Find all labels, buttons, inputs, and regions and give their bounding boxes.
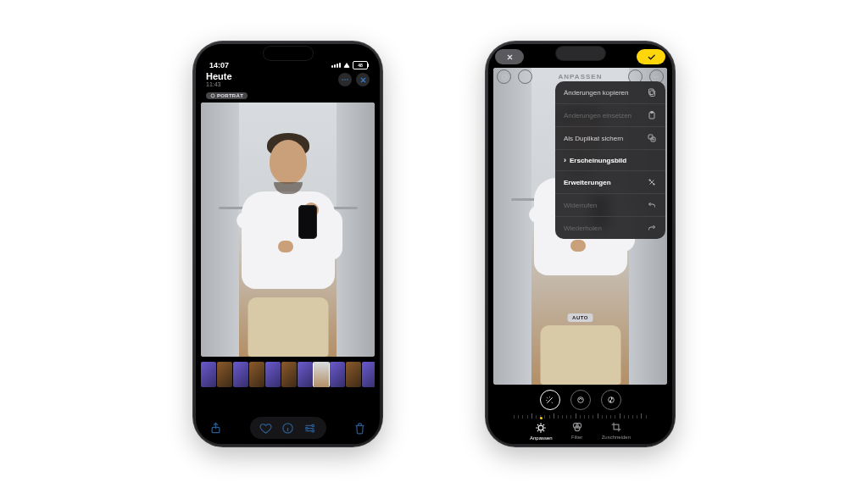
- context-menu: Änderungen kopieren Änderungen einsetzen…: [555, 81, 665, 239]
- tab-label: Zuschneiden: [602, 435, 631, 440]
- menu-redo[interactable]: Wiederholen: [555, 217, 665, 239]
- svg-point-0: [342, 79, 343, 80]
- svg-point-23: [577, 397, 583, 403]
- check-icon: [648, 55, 654, 59]
- exposure-icon: [576, 396, 585, 404]
- thumbnail-strip[interactable]: [201, 362, 375, 387]
- filter-icon: [571, 421, 583, 433]
- svg-point-21: [649, 180, 651, 181]
- extensions-icon: [647, 177, 657, 187]
- aperture-icon: [210, 93, 215, 98]
- svg-point-6: [312, 424, 314, 427]
- portrait-badge: PORTRÄT: [206, 92, 248, 99]
- duplicate-icon: [647, 133, 657, 143]
- more-button[interactable]: [338, 73, 352, 86]
- screen-right: ANPASSEN AUTO Änderungen kopieren: [488, 44, 672, 444]
- brilliance-button[interactable]: [601, 390, 621, 410]
- favorite-button[interactable]: [259, 422, 272, 435]
- svg-point-2: [347, 79, 348, 80]
- portrait-toggle[interactable]: [497, 69, 511, 84]
- menu-copy-edits[interactable]: Änderungen kopieren: [555, 81, 665, 104]
- svg-point-10: [524, 75, 526, 78]
- svg-point-1: [344, 79, 346, 80]
- menu-save-duplicate[interactable]: Als Duplikat sichern: [555, 127, 665, 150]
- svg-point-9: [502, 75, 506, 79]
- tab-label: Filter: [571, 435, 582, 440]
- svg-point-25: [538, 425, 543, 430]
- page-subtitle: 11:43: [206, 81, 232, 87]
- svg-point-8: [312, 430, 314, 432]
- svg-point-28: [575, 426, 580, 431]
- menu-extensions[interactable]: Erweiterungen: [555, 171, 665, 194]
- yinyang-icon: [607, 396, 615, 404]
- svg-point-11: [523, 75, 527, 79]
- phone-left: 14:07 48 Heute 11:43 PO: [192, 41, 383, 447]
- page-title: Heute: [206, 71, 232, 81]
- active-dot: [540, 417, 542, 419]
- cellular-icon: [331, 63, 341, 68]
- adjust-icon: [535, 422, 547, 434]
- svg-point-22: [654, 184, 655, 186]
- svg-point-14: [658, 76, 659, 77]
- undo-icon: [647, 200, 657, 210]
- photo-main[interactable]: [201, 103, 375, 357]
- cancel-button[interactable]: [495, 49, 524, 64]
- confirm-button[interactable]: [637, 49, 665, 64]
- menu-paste-edits[interactable]: Änderungen einsetzen: [555, 104, 665, 127]
- wand-icon: [545, 396, 554, 405]
- crop-icon: [610, 421, 622, 433]
- dynamic-island: [556, 47, 605, 60]
- screen-left: 14:07 48 Heute 11:43 PO: [196, 44, 380, 444]
- svg-rect-15: [650, 91, 655, 97]
- exposure-button[interactable]: [570, 390, 591, 410]
- menu-undo[interactable]: Widerrufen: [555, 194, 665, 217]
- edit-title: ANPASSEN: [559, 73, 603, 80]
- wifi-icon: [343, 63, 350, 68]
- close-button[interactable]: [356, 73, 370, 86]
- share-button[interactable]: [209, 422, 222, 435]
- adjust-row: [488, 390, 672, 410]
- live-toggle[interactable]: [518, 69, 532, 84]
- svg-rect-16: [649, 89, 654, 95]
- auto-badge: AUTO: [567, 313, 593, 322]
- delete-button[interactable]: [353, 422, 366, 435]
- svg-point-3: [211, 94, 214, 97]
- thumbnail-selected[interactable]: [314, 362, 329, 387]
- copy-icon: [647, 87, 657, 97]
- phone-right: ANPASSEN AUTO Änderungen kopieren: [485, 41, 676, 447]
- chevron-right-icon: ›: [564, 156, 566, 164]
- tab-label: Anpassen: [530, 435, 553, 441]
- battery-icon: 48: [353, 61, 368, 69]
- auto-adjust-button[interactable]: [540, 390, 560, 410]
- edit-tabs: Anpassen Filter Zuschneiden: [488, 417, 672, 441]
- status-time: 14:07: [209, 61, 229, 69]
- tab-adjust[interactable]: Anpassen: [530, 417, 553, 441]
- dynamic-island: [264, 47, 313, 60]
- svg-point-12: [654, 76, 655, 77]
- bottom-toolbar: [196, 417, 380, 439]
- center-actions: [250, 417, 326, 439]
- svg-point-13: [656, 76, 657, 77]
- paste-icon: [647, 110, 657, 120]
- photo-header: Heute 11:43: [196, 69, 380, 91]
- redo-icon: [647, 223, 657, 233]
- tab-crop[interactable]: Zuschneiden: [602, 417, 631, 441]
- svg-point-7: [306, 427, 309, 430]
- info-button[interactable]: [281, 422, 294, 435]
- menu-appearance[interactable]: ›Erscheinungsbild: [555, 150, 665, 171]
- tab-filter[interactable]: Filter: [571, 417, 583, 441]
- status-indicators: 48: [331, 61, 368, 69]
- edit-button[interactable]: [303, 422, 316, 435]
